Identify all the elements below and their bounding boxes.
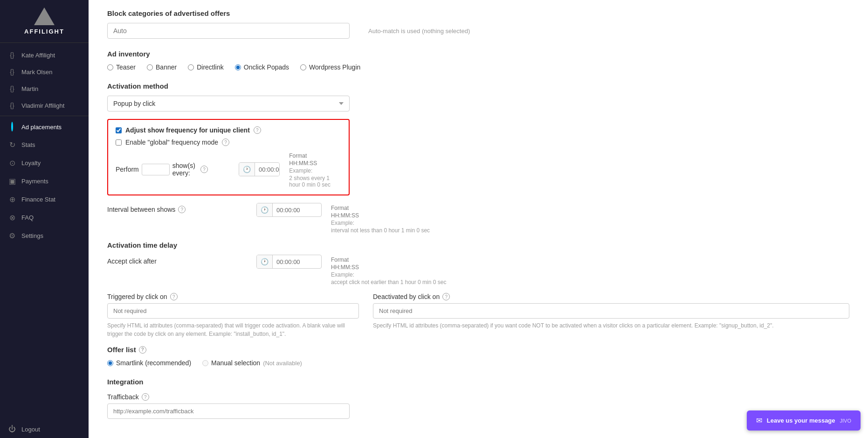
triggered-hint: Specify HTML id attributes (comma-separa… xyxy=(107,321,359,338)
radio-manual[interactable]: Manual selection (Not available) xyxy=(202,359,302,367)
shows-every-help-icon[interactable]: ? xyxy=(200,166,208,173)
sidebar: AFFILIGHT {} Kate Affilight {} Mark Olse… xyxy=(0,0,89,438)
radio-onclick-input[interactable] xyxy=(235,64,241,70)
freq-example-val: 2 shows every 1 hour 0 min 0 sec xyxy=(289,175,341,188)
not-available-label: (Not available) xyxy=(263,360,302,367)
user-icon-kate: {} xyxy=(7,51,17,59)
jivo-chat-icon: ✉ xyxy=(756,416,762,425)
freq-time-input-wrapper: 🕐 xyxy=(239,162,280,176)
radio-wordpress-input[interactable] xyxy=(300,64,306,70)
radio-directlink-input[interactable] xyxy=(188,64,194,70)
sidebar-item-vladimir[interactable]: {} Vladimir Affilight xyxy=(0,97,89,114)
sidebar-item-mark[interactable]: {} Mark Olsen xyxy=(0,63,89,80)
radio-onclick[interactable]: Onclick Popads xyxy=(235,63,289,71)
faq-icon: ⊗ xyxy=(7,213,17,222)
frequency-box: Adjust show frequency for unique client … xyxy=(107,119,350,195)
ad-inventory-radio-group: Teaser Banner Directlink Onclick Popads … xyxy=(107,63,849,71)
trafficback-section: Trafficback ? xyxy=(107,393,849,419)
freq-adjust-label[interactable]: Adjust show frequency for unique client xyxy=(125,126,250,134)
freq-time-input[interactable] xyxy=(255,163,280,176)
sidebar-item-martin[interactable]: {} Martin xyxy=(0,80,89,97)
deactivated-label-row: Deactivated by click on ? xyxy=(373,293,849,300)
block-categories-input[interactable] xyxy=(107,23,350,39)
sidebar-label-faq: FAQ xyxy=(21,214,34,221)
radio-wordpress[interactable]: Wordpress Plugin xyxy=(300,63,360,71)
trafficback-input[interactable] xyxy=(107,403,350,419)
offer-list-help-icon[interactable]: ? xyxy=(139,346,146,354)
freq-example-label: Example: xyxy=(289,167,341,174)
freq-global-checkbox[interactable] xyxy=(116,139,122,146)
radio-smartlink-label: Smartlink (recommended) xyxy=(116,359,191,367)
interval-label-section: Interval between shows ? xyxy=(107,203,247,213)
radio-wordpress-label: Wordpress Plugin xyxy=(309,63,360,71)
sidebar-item-logout[interactable]: ⏻ Logout xyxy=(0,420,89,438)
accept-click-row: Accept click after 🕐 Format HH:MM:SS Exa… xyxy=(107,255,849,285)
logo: AFFILIGHT xyxy=(0,0,89,43)
freq-global-help-icon[interactable]: ? xyxy=(222,139,229,146)
sidebar-item-stats[interactable]: ↻ Stats xyxy=(0,136,89,154)
radio-smartlink[interactable]: Smartlink (recommended) xyxy=(107,359,191,367)
freq-perform-row: Perform show(s) every: ? 🕐 Format HH:MM:… xyxy=(116,151,341,188)
sidebar-label-mark: Mark Olsen xyxy=(21,69,52,76)
triggered-help-icon[interactable]: ? xyxy=(170,293,178,300)
deactivated-label: Deactivated by click on xyxy=(373,293,440,300)
sidebar-item-ad-placements[interactable]: Ad placements xyxy=(0,118,89,136)
accept-example-label: Example: xyxy=(331,271,446,278)
perform-label: Perform xyxy=(116,166,139,173)
activation-method-select[interactable]: Popup by click xyxy=(107,96,350,111)
trafficback-label-row: Trafficback ? xyxy=(107,393,849,401)
radio-teaser[interactable]: Teaser xyxy=(107,63,136,71)
integration-label: Integration xyxy=(107,378,849,386)
sidebar-item-payments[interactable]: ▣ Payments xyxy=(0,172,89,190)
sidebar-item-faq[interactable]: ⊗ FAQ xyxy=(0,209,89,227)
radio-manual-input[interactable] xyxy=(202,360,208,366)
radio-directlink[interactable]: Directlink xyxy=(188,63,224,71)
sidebar-item-finance-stat[interactable]: ⊕ Finance Stat xyxy=(0,190,89,209)
triggered-label-row: Triggered by click on ? xyxy=(107,293,359,300)
offer-list-title: Offer list xyxy=(107,346,136,354)
trafficback-help-icon[interactable]: ? xyxy=(142,393,149,401)
auto-match-hint: Auto-match is used (nothing selected) xyxy=(368,28,470,35)
main-content: Block categories of advertised offers Au… xyxy=(89,0,868,438)
sidebar-label-kate: Kate Affilight xyxy=(21,52,55,59)
offer-list-section: Offer list ? Smartlink (recommended) Man… xyxy=(107,346,849,367)
perform-input[interactable] xyxy=(142,164,170,175)
activation-delay-label: Activation time delay xyxy=(107,241,849,249)
sidebar-label-logout: Logout xyxy=(21,426,40,433)
trafficback-label: Trafficback xyxy=(107,393,139,401)
jivo-chat-button[interactable]: ✉ Leave us your message JIVO xyxy=(747,410,861,431)
freq-adjust-help-icon[interactable]: ? xyxy=(254,126,261,134)
sidebar-label-payments: Payments xyxy=(21,178,48,185)
user-icon-martin: {} xyxy=(7,85,17,92)
radio-banner[interactable]: Banner xyxy=(147,63,177,71)
interval-format: Format xyxy=(331,205,430,211)
freq-adjust-checkbox[interactable] xyxy=(116,127,122,133)
deactivated-input[interactable] xyxy=(373,303,849,319)
user-icon-mark: {} xyxy=(7,68,17,76)
radio-directlink-label: Directlink xyxy=(197,63,224,71)
radio-smartlink-input[interactable] xyxy=(107,360,113,366)
accept-click-time-input[interactable] xyxy=(273,256,315,268)
interval-time-input[interactable] xyxy=(273,204,315,216)
triggered-col: Triggered by click on ? Specify HTML id … xyxy=(107,293,359,338)
accept-click-time-wrapper: 🕐 xyxy=(256,255,322,269)
logout-icon: ⏻ xyxy=(7,425,17,433)
shows-every-label: show(s) every: xyxy=(172,162,198,177)
sidebar-item-loyalty[interactable]: ⊙ Loyalty xyxy=(0,154,89,172)
sidebar-label-finance-stat: Finance Stat xyxy=(21,196,55,203)
interval-row: Interval between shows ? 🕐 Format HH:MM:… xyxy=(107,203,849,234)
finance-stat-icon: ⊕ xyxy=(7,195,17,204)
radio-teaser-input[interactable] xyxy=(107,64,113,70)
radio-banner-input[interactable] xyxy=(147,64,153,70)
freq-global-label[interactable]: Enable "global" frequency mode xyxy=(125,139,218,146)
deactivated-help-icon[interactable]: ? xyxy=(442,293,450,300)
interval-help-icon[interactable]: ? xyxy=(178,206,186,213)
triggered-input[interactable] xyxy=(107,303,359,319)
user-icon-vladimir: {} xyxy=(7,102,17,109)
freq-format-hh: HH:MM:SS xyxy=(289,160,341,167)
sidebar-item-settings[interactable]: ⚙ Settings xyxy=(0,227,89,245)
sidebar-label-settings: Settings xyxy=(21,232,43,239)
freq-format: Format xyxy=(289,153,341,159)
sidebar-item-kate[interactable]: {} Kate Affilight xyxy=(0,47,89,63)
radio-banner-label: Banner xyxy=(156,63,177,71)
